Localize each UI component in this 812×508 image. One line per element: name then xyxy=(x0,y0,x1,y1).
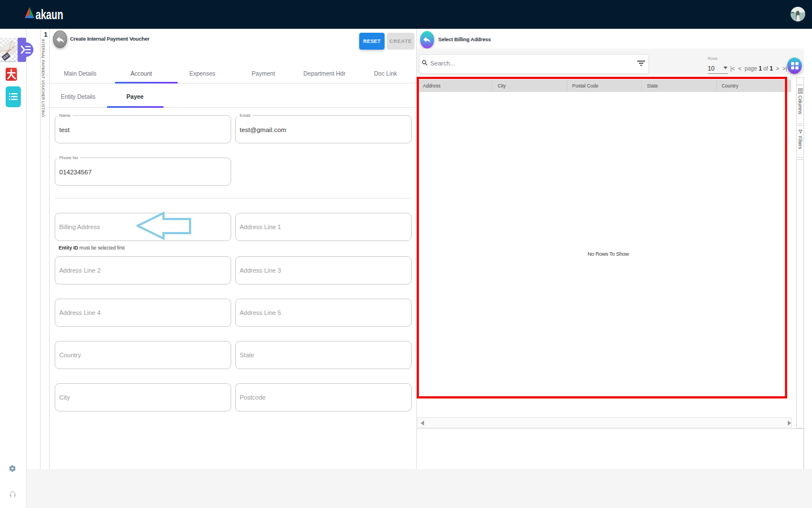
svg-text:akaun: akaun xyxy=(36,7,63,22)
